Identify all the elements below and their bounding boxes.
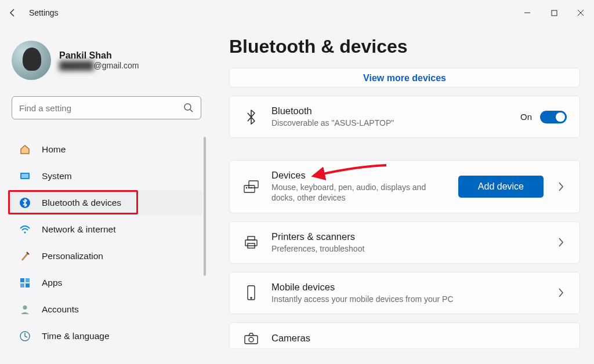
sidebar-item-label: Accounts [42,304,79,315]
svg-rect-17 [245,240,257,246]
sidebar-item-bluetooth-devices[interactable]: Bluetooth & devices [10,190,202,216]
devices-icon [242,180,260,194]
sidebar-item-apps[interactable]: Apps [10,270,202,296]
svg-point-1 [184,104,191,110]
svg-rect-12 [244,185,255,192]
sidebar-item-label: Home [42,144,66,155]
svg-rect-8 [20,283,24,287]
chevron-right-icon [555,237,567,247]
sidebar-item-label: System [42,171,72,181]
mobile-title: Mobile devices [271,282,544,293]
printers-sub: Preferences, troubleshoot [271,243,544,254]
svg-point-21 [251,297,252,299]
chevron-right-icon [555,287,567,298]
system-icon [19,170,31,183]
sidebar-item-network[interactable]: Network & internet [10,217,202,242]
sidebar-item-home[interactable]: Home [10,137,202,162]
sidebar-item-label: Apps [42,278,62,288]
apps-icon [19,276,31,289]
main-content: Bluetooth & devices View more devices Bl… [212,26,594,364]
close-icon [577,9,584,16]
phone-icon [242,285,260,301]
svg-point-10 [23,305,27,310]
maximize-icon [551,10,557,16]
svg-point-5 [24,231,26,233]
devices-title: Devices [271,170,447,181]
view-more-card[interactable]: View more devices [229,68,580,88]
minimize-icon [524,9,531,16]
window-controls [514,3,594,23]
minimize-button[interactable] [514,3,541,23]
cameras-card[interactable]: Cameras [229,322,580,349]
cameras-title: Cameras [271,333,567,344]
view-more-link[interactable]: View more devices [363,73,446,83]
wifi-icon [19,223,31,236]
sidebar-item-personalization[interactable]: Personalization [10,243,202,269]
camera-icon [242,332,260,345]
clock-globe-icon [19,330,31,343]
svg-rect-22 [245,336,258,344]
arrow-left-icon [8,8,17,17]
bluetooth-state-label: On [520,112,532,122]
search-input[interactable] [19,103,183,113]
bluetooth-card[interactable]: Bluetooth Discoverable as "ASUS-LAPTOP" … [229,96,580,138]
printers-card[interactable]: Printers & scanners Preferences, trouble… [229,221,580,264]
paintbrush-icon [19,250,31,263]
sidebar-item-system[interactable]: System [10,163,202,189]
person-icon [19,303,31,316]
svg-rect-7 [26,278,30,282]
close-button[interactable] [567,3,594,23]
back-button[interactable] [0,0,26,26]
bluetooth-symbol-icon [242,109,260,125]
svg-rect-13 [249,181,258,188]
titlebar: Settings [0,0,594,26]
mobile-devices-card[interactable]: Mobile devices Instantly access your mob… [229,272,580,314]
svg-point-15 [248,187,249,188]
svg-rect-18 [248,236,255,240]
mobile-sub: Instantly access your mobile devices fro… [271,294,544,304]
bluetooth-toggle[interactable] [540,111,567,123]
sidebar-scrollbar[interactable] [204,137,206,276]
avatar [12,41,51,80]
chevron-right-icon [555,181,567,192]
svg-rect-6 [20,278,24,282]
sidebar-item-label: Bluetooth & devices [42,198,121,208]
printers-title: Printers & scanners [271,231,544,242]
search-icon [183,103,194,113]
bluetooth-title: Bluetooth [271,105,509,117]
sidebar-item-label: Network & internet [42,224,116,235]
profile-email: ██████@gmail.com [59,61,139,70]
bluetooth-sub: Discoverable as "ASUS-LAPTOP" [271,118,509,128]
svg-rect-3 [21,174,28,178]
sidebar: Pankil Shah ██████@gmail.com Home System… [0,26,212,364]
sidebar-item-label: Time & language [42,331,110,341]
profile-name: Pankil Shah [59,50,139,61]
sidebar-item-time-language[interactable]: Time & language [10,323,202,349]
sidebar-item-accounts[interactable]: Accounts [10,297,202,322]
add-device-button[interactable]: Add device [458,176,544,198]
svg-point-23 [249,337,253,342]
svg-point-14 [246,187,247,188]
printer-icon [242,235,260,249]
svg-rect-9 [26,283,30,287]
devices-sub: Mouse, keyboard, pen, audio, displays an… [271,182,447,203]
page-title: Bluetooth & devices [229,36,580,57]
profile-block[interactable]: Pankil Shah ██████@gmail.com [8,30,205,86]
devices-card[interactable]: Devices Mouse, keyboard, pen, audio, dis… [229,160,580,213]
search-box[interactable] [12,96,201,119]
sidebar-item-label: Personalization [42,251,103,261]
window-title: Settings [29,8,59,17]
home-icon [19,143,31,156]
sidebar-nav: Home System Bluetooth & devices Network … [8,136,205,350]
svg-rect-0 [552,10,557,16]
maximize-button[interactable] [541,3,567,23]
svg-point-16 [251,187,251,188]
bluetooth-icon [19,196,31,209]
